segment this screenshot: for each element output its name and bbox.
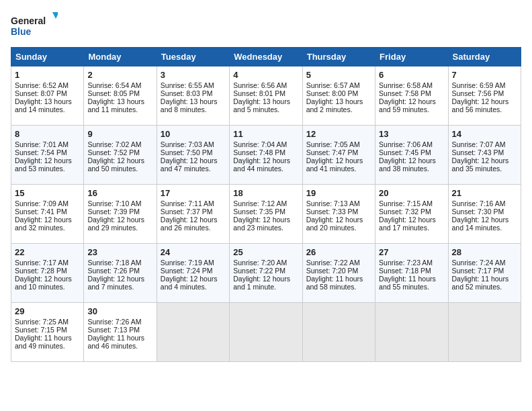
day-number: 12 [306,129,371,139]
sunset-text: Sunset: 7:47 PM [306,148,359,156]
calendar-cell: 8 Sunrise: 7:01 AM Sunset: 7:54 PM Dayli… [11,126,84,185]
daylight-text: Daylight: 13 hours and 11 minutes. [87,97,144,113]
sunset-text: Sunset: 7:56 PM [452,89,504,97]
daylight-text: Daylight: 12 hours and 29 minutes. [87,216,144,232]
daylight-text: Daylight: 12 hours and 59 minutes. [379,97,436,113]
calendar-cell: 26 Sunrise: 7:22 AM Sunset: 7:20 PM Dayl… [302,244,375,303]
logo-svg: General Blue [11,11,58,40]
svg-marker-2 [52,12,58,19]
day-number: 26 [306,247,371,257]
calendar-cell: 16 Sunrise: 7:10 AM Sunset: 7:39 PM Dayl… [84,185,157,244]
calendar-cell: 1 Sunrise: 6:52 AM Sunset: 8:07 PM Dayli… [11,66,84,126]
calendar-cell: 12 Sunrise: 7:05 AM Sunset: 7:47 PM Dayl… [302,126,375,185]
calendar-cell [230,303,302,362]
sunrise-text: Sunrise: 7:25 AM [15,318,69,326]
sunrise-text: Sunrise: 7:18 AM [87,259,141,267]
sunset-text: Sunset: 7:15 PM [15,326,67,334]
sunset-text: Sunset: 7:37 PM [161,208,213,216]
calendar-cell: 5 Sunrise: 6:57 AM Sunset: 8:00 PM Dayli… [302,66,375,126]
sunset-text: Sunset: 8:05 PM [87,89,140,97]
daylight-text: Daylight: 12 hours and 53 minutes. [15,156,72,173]
sunrise-text: Sunrise: 6:52 AM [15,81,69,89]
day-number: 23 [87,247,152,257]
sunset-text: Sunset: 7:50 PM [161,148,213,156]
calendar-cell: 3 Sunrise: 6:55 AM Sunset: 8:03 PM Dayli… [157,66,229,126]
day-number: 6 [379,70,444,80]
sunset-text: Sunset: 7:35 PM [233,208,285,216]
calendar-cell: 20 Sunrise: 7:15 AM Sunset: 7:32 PM Dayl… [375,185,448,244]
daylight-text: Daylight: 12 hours and 41 minutes. [306,156,363,173]
daylight-text: Daylight: 12 hours and 1 minute. [233,275,290,291]
day-number: 1 [15,70,80,80]
header-tuesday: Tuesday [157,48,229,66]
day-number: 5 [306,70,371,80]
day-number: 8 [15,129,80,139]
sunrise-text: Sunrise: 7:24 AM [452,259,506,267]
daylight-text: Daylight: 13 hours and 5 minutes. [233,97,290,113]
header-wednesday: Wednesday [230,48,302,66]
calendar-cell: 21 Sunrise: 7:16 AM Sunset: 7:30 PM Dayl… [448,185,521,244]
sunrise-text: Sunrise: 7:11 AM [161,199,214,208]
day-number: 4 [233,70,298,80]
calendar-week-row: 8 Sunrise: 7:01 AM Sunset: 7:54 PM Dayli… [11,126,521,185]
day-number: 10 [161,129,226,139]
day-number: 7 [452,70,517,80]
day-number: 9 [87,129,152,139]
sunset-text: Sunset: 7:48 PM [233,148,285,156]
daylight-text: Daylight: 12 hours and 17 minutes. [379,216,436,232]
day-number: 19 [306,188,371,198]
sunrise-text: Sunrise: 7:09 AM [15,199,69,208]
day-number: 18 [233,188,298,198]
daylight-text: Daylight: 12 hours and 56 minutes. [452,97,509,113]
sunset-text: Sunset: 7:24 PM [161,267,213,275]
daylight-text: Daylight: 12 hours and 44 minutes. [233,156,290,173]
sunrise-text: Sunrise: 7:10 AM [87,199,141,208]
day-number: 17 [161,188,226,198]
calendar-cell: 23 Sunrise: 7:18 AM Sunset: 7:26 PM Dayl… [84,244,157,303]
calendar-cell: 17 Sunrise: 7:11 AM Sunset: 7:37 PM Dayl… [157,185,229,244]
day-number: 15 [15,188,80,198]
day-number: 28 [452,247,517,257]
calendar-cell: 10 Sunrise: 7:03 AM Sunset: 7:50 PM Dayl… [157,126,229,185]
day-number: 21 [452,188,517,198]
header-sunday: Sunday [11,48,84,66]
sunset-text: Sunset: 7:17 PM [452,267,504,275]
svg-text:Blue: Blue [11,26,32,37]
sunset-text: Sunset: 7:28 PM [15,267,67,275]
sunrise-text: Sunrise: 7:22 AM [306,259,360,267]
daylight-text: Daylight: 11 hours and 58 minutes. [306,275,363,291]
calendar-cell [302,303,375,362]
calendar-week-row: 1 Sunrise: 6:52 AM Sunset: 8:07 PM Dayli… [11,66,521,126]
daylight-text: Daylight: 11 hours and 55 minutes. [379,275,436,291]
sunset-text: Sunset: 7:54 PM [15,148,67,156]
calendar-cell: 7 Sunrise: 6:59 AM Sunset: 7:56 PM Dayli… [448,66,521,126]
sunrise-text: Sunrise: 7:20 AM [233,259,287,267]
sunset-text: Sunset: 7:33 PM [306,208,359,216]
calendar-cell: 19 Sunrise: 7:13 AM Sunset: 7:33 PM Dayl… [302,185,375,244]
sunset-text: Sunset: 7:30 PM [452,208,504,216]
sunrise-text: Sunrise: 6:57 AM [306,81,360,89]
calendar-cell: 29 Sunrise: 7:25 AM Sunset: 7:15 PM Dayl… [11,303,84,362]
daylight-text: Daylight: 12 hours and 32 minutes. [15,216,72,232]
day-number: 2 [87,70,152,80]
day-number: 20 [379,188,444,198]
daylight-text: Daylight: 12 hours and 26 minutes. [161,216,218,232]
sunset-text: Sunset: 8:03 PM [161,89,213,97]
sunrise-text: Sunrise: 7:19 AM [161,259,214,267]
svg-text:General: General [11,15,46,26]
calendar-table: Sunday Monday Tuesday Wednesday Thursday… [11,47,521,362]
day-number: 11 [233,129,298,139]
sunrise-text: Sunrise: 6:59 AM [452,81,506,89]
day-number: 22 [15,247,80,257]
sunrise-text: Sunrise: 7:16 AM [452,199,506,208]
sunset-text: Sunset: 7:26 PM [87,267,140,275]
calendar-cell [375,303,448,362]
sunrise-text: Sunrise: 7:05 AM [306,140,360,148]
sunset-text: Sunset: 7:58 PM [379,89,431,97]
header-monday: Monday [84,48,157,66]
sunset-text: Sunset: 7:52 PM [87,148,140,156]
sunrise-text: Sunrise: 7:06 AM [379,140,433,148]
sunset-text: Sunset: 8:01 PM [233,89,285,97]
sunset-text: Sunset: 7:39 PM [87,208,140,216]
sunrise-text: Sunrise: 7:02 AM [87,140,141,148]
